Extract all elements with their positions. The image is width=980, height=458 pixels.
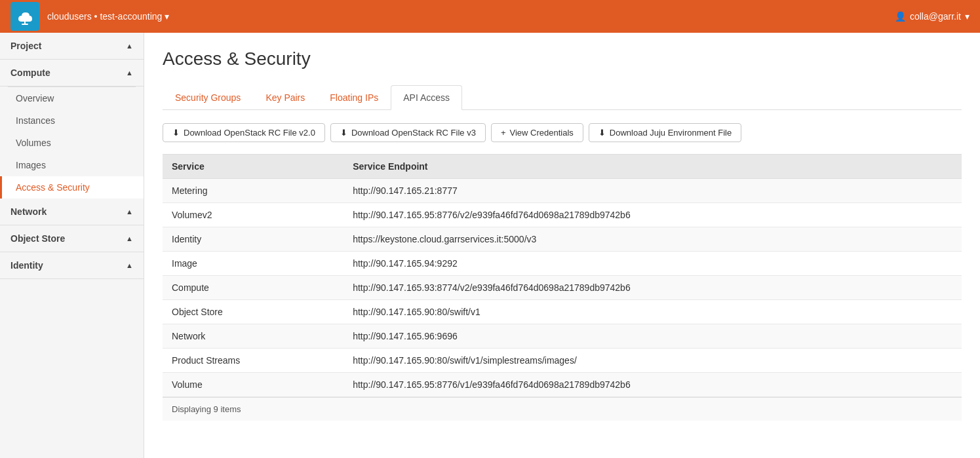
- main-content: Access & Security Security Groups Key Pa…: [144, 33, 980, 458]
- table-header-row: Service Service Endpoint: [163, 155, 962, 179]
- sidebar-section-identity-label: Identity: [10, 260, 43, 271]
- download-rc-v3-icon: ⬇: [340, 128, 347, 138]
- table-row: Meteringhttp://90.147.165.21:8777: [163, 179, 962, 203]
- navbar-brand-dropdown-icon: ▾: [165, 11, 169, 22]
- sidebar-item-access-security[interactable]: Access & Security: [0, 176, 144, 199]
- table-row: Imagehttp://90.147.165.94:9292: [163, 252, 962, 276]
- navbar-brand[interactable]: cloudusers • test-accounting ▾: [47, 11, 169, 22]
- cell-endpoint: http://90.147.165.90:80/swift/v1/simples…: [343, 349, 962, 373]
- cell-service: Identity: [163, 227, 343, 252]
- cell-endpoint: http://90.147.165.96:9696: [343, 324, 962, 349]
- view-credentials-button[interactable]: + View Credentials: [491, 123, 583, 142]
- cell-endpoint: http://90.147.165.94:9292: [343, 252, 962, 276]
- download-rc-v2-button[interactable]: ⬇ Download OpenStack RC File v2.0: [163, 123, 325, 142]
- sidebar-section-identity[interactable]: Identity ▲: [0, 252, 144, 279]
- user-icon: 👤: [895, 11, 906, 22]
- table-footer: Displaying 9 items: [163, 397, 962, 421]
- layout: Project ▲ Compute ▲ Overview Instances V…: [0, 33, 980, 458]
- tabs: Security Groups Key Pairs Floating IPs A…: [163, 85, 962, 110]
- cell-endpoint: https://keystone.cloud.garrservices.it:5…: [343, 227, 962, 252]
- identity-collapse-icon: ▲: [126, 261, 133, 269]
- page-title: Access & Security: [163, 48, 962, 69]
- table-row: Volumev2http://90.147.165.95:8776/v2/e93…: [163, 203, 962, 227]
- navbar-brand-text: cloudusers • test-accounting: [47, 11, 162, 22]
- download-juju-icon: ⬇: [598, 128, 606, 138]
- logo-icon: [13, 5, 37, 28]
- sidebar-item-instances[interactable]: Instances: [0, 109, 144, 132]
- table-row: Networkhttp://90.147.165.96:9696: [163, 324, 962, 349]
- cell-endpoint: http://90.147.165.95:8776/v2/e939fa46fd7…: [343, 203, 962, 227]
- download-rc-v2-icon: ⬇: [172, 128, 180, 138]
- tab-security-groups[interactable]: Security Groups: [163, 85, 253, 110]
- navbar-left: cloudusers • test-accounting ▾: [10, 2, 169, 31]
- sidebar-section-object-store[interactable]: Object Store ▲: [0, 225, 144, 252]
- cell-service: Object Store: [163, 300, 343, 324]
- cell-endpoint: http://90.147.165.95:8776/v1/e939fa46fd7…: [343, 373, 962, 397]
- cell-endpoint: http://90.147.165.90:80/swift/v1: [343, 300, 962, 324]
- sidebar-section-network-label: Network: [10, 206, 47, 217]
- cell-service: Volumev2: [163, 203, 343, 227]
- sidebar-section-project[interactable]: Project ▲: [0, 33, 144, 60]
- sidebar-section-project-label: Project: [10, 41, 41, 51]
- object-store-collapse-icon: ▲: [126, 235, 133, 242]
- navbar-logo: [10, 2, 39, 31]
- download-juju-button[interactable]: ⬇ Download Juju Environment File: [589, 123, 741, 142]
- navbar-user-label: colla@garr.it: [910, 11, 961, 22]
- action-buttons: ⬇ Download OpenStack RC File v2.0 ⬇ Down…: [163, 123, 962, 142]
- col-endpoint: Service Endpoint: [343, 155, 962, 179]
- cell-service: Volume: [163, 373, 343, 397]
- sidebar-section-object-store-label: Object Store: [10, 233, 65, 244]
- table-row: Computehttp://90.147.165.93:8774/v2/e939…: [163, 276, 962, 300]
- sidebar-item-overview[interactable]: Overview: [0, 87, 144, 109]
- col-service: Service: [163, 155, 343, 179]
- table-row: Product Streamshttp://90.147.165.90:80/s…: [163, 349, 962, 373]
- navbar-user-dropdown-icon: ▾: [965, 11, 970, 22]
- download-rc-v2-label: Download OpenStack RC File v2.0: [184, 128, 315, 138]
- table-row: Volumehttp://90.147.165.95:8776/v1/e939f…: [163, 373, 962, 397]
- table-body: Meteringhttp://90.147.165.21:8777Volumev…: [163, 179, 962, 397]
- cell-endpoint: http://90.147.165.21:8777: [343, 179, 962, 203]
- tab-floating-ips[interactable]: Floating IPs: [317, 85, 391, 110]
- cell-service: Compute: [163, 276, 343, 300]
- table-row: Object Storehttp://90.147.165.90:80/swif…: [163, 300, 962, 324]
- download-rc-v3-label: Download OpenStack RC File v3: [351, 128, 476, 138]
- network-collapse-icon: ▲: [126, 208, 133, 216]
- cell-endpoint: http://90.147.165.93:8774/v2/e939fa46fd7…: [343, 276, 962, 300]
- table-header: Service Service Endpoint: [163, 155, 962, 179]
- cell-service: Image: [163, 252, 343, 276]
- cell-service: Metering: [163, 179, 343, 203]
- sidebar-item-volumes[interactable]: Volumes: [0, 132, 144, 154]
- view-credentials-icon: +: [501, 128, 506, 138]
- compute-collapse-icon: ▲: [126, 69, 133, 77]
- navbar: cloudusers • test-accounting ▾ 👤 colla@g…: [0, 0, 980, 33]
- sidebar-section-compute[interactable]: Compute ▲: [0, 60, 144, 86]
- sidebar: Project ▲ Compute ▲ Overview Instances V…: [0, 33, 144, 458]
- api-endpoints-table: Service Service Endpoint Meteringhttp://…: [163, 154, 962, 397]
- sidebar-item-images[interactable]: Images: [0, 154, 144, 176]
- cell-service: Product Streams: [163, 349, 343, 373]
- sidebar-section-compute-label: Compute: [10, 67, 50, 78]
- table-footer-text: Displaying 9 items: [172, 404, 241, 414]
- navbar-user[interactable]: 👤 colla@garr.it ▾: [895, 11, 970, 22]
- download-juju-label: Download Juju Environment File: [610, 128, 732, 138]
- download-rc-v3-button[interactable]: ⬇ Download OpenStack RC File v3: [330, 123, 486, 142]
- project-collapse-icon: ▲: [126, 42, 133, 50]
- tab-key-pairs[interactable]: Key Pairs: [253, 85, 317, 110]
- cell-service: Network: [163, 324, 343, 349]
- tab-api-access[interactable]: API Access: [391, 85, 462, 110]
- table-row: Identityhttps://keystone.cloud.garrservi…: [163, 227, 962, 252]
- view-credentials-label: View Credentials: [510, 128, 574, 138]
- sidebar-section-network[interactable]: Network ▲: [0, 199, 144, 225]
